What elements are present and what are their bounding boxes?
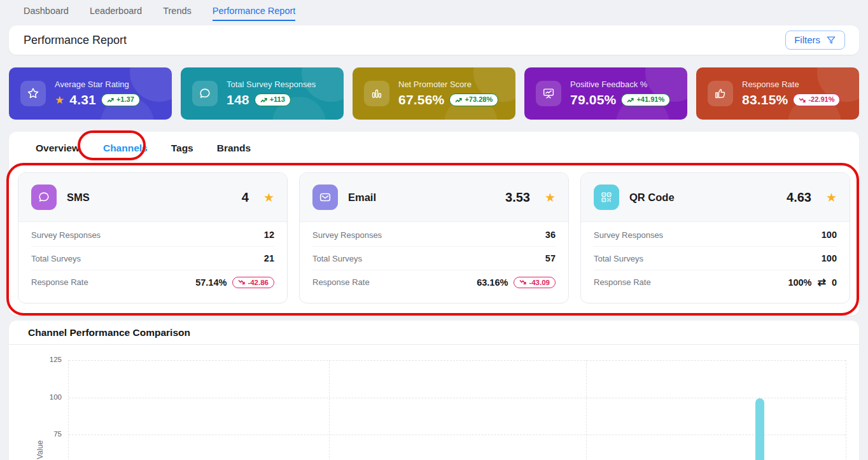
bar-chart-icon <box>364 81 389 106</box>
channel-stats: Survey Responses 12 Total Surveys 21 Res… <box>18 222 287 303</box>
tab-channels[interactable]: Channels <box>103 143 148 154</box>
trend-badge: +73.28% <box>449 94 498 106</box>
thumbs-up-icon <box>708 81 733 106</box>
channel-card-email: Email 3.53 ★ Survey Responses 36 Total S… <box>299 172 569 303</box>
sms-chat-icon <box>31 185 57 210</box>
kpi-label: Net Promoter Score <box>398 80 498 89</box>
kpi-row: Average Star Rating ★ 4.31 +1.37 Total <box>9 67 859 120</box>
stat-row-survey-responses: Survey Responses 100 <box>594 223 837 247</box>
channel-name: QR Code <box>629 192 776 204</box>
swap-arrows-icon: ⇄ <box>818 276 826 288</box>
y-axis-tick: 125 <box>9 356 62 363</box>
nav-item-leaderboard[interactable]: Leaderboard <box>90 6 142 21</box>
channel-rating: 4 <box>242 190 249 205</box>
chart-title: Channel Performance Comparison <box>9 321 859 345</box>
y-axis-label: Value <box>36 440 45 459</box>
y-axis-tick: 75 <box>9 430 62 438</box>
trend-down-icon <box>238 279 245 285</box>
trend-badge: +41.91% <box>621 94 670 106</box>
email-envelope-icon <box>312 185 338 210</box>
tab-brands[interactable]: Brands <box>217 143 251 154</box>
star-glyph: ★ <box>826 190 837 205</box>
chart-plot-region: 125 100 75 Value <box>9 345 859 460</box>
filters-button-label: Filters <box>794 34 820 45</box>
trend-badge: -22.91% <box>793 94 840 106</box>
channel-name: Email <box>348 192 495 204</box>
gridline <box>329 360 330 460</box>
page-header-card: Performance Report Filters <box>9 25 859 55</box>
star-glyph: ★ <box>263 190 274 205</box>
gridline <box>69 360 846 361</box>
stat-row-response-rate: Response Rate 63.16% -43.09 <box>312 270 556 294</box>
channel-stats: Survey Responses 100 Total Surveys 100 R… <box>581 222 850 303</box>
trend-down-icon <box>799 97 806 103</box>
stat-row-survey-responses: Survey Responses 12 <box>31 223 274 247</box>
trend-down-icon <box>519 279 526 285</box>
presentation-chart-icon <box>536 81 561 106</box>
kpi-label: Total Survey Responses <box>227 80 316 89</box>
channel-performance-chart-card: Channel Performance Comparison 125 100 7… <box>9 321 859 460</box>
trend-up-icon <box>455 97 462 103</box>
negative-change-badge: -42.86 <box>232 277 274 288</box>
kpi-card-response-rate: Response Rate 83.15% -22.91% <box>696 67 859 120</box>
channel-cards-row: SMS 4 ★ Survey Responses 12 Total Survey… <box>18 172 850 303</box>
kpi-value: 148 <box>227 92 249 108</box>
kpi-card-net-promoter-score: Net Promoter Score 67.56% +73.28% <box>353 67 515 120</box>
kpi-value: 67.56% <box>398 92 444 108</box>
tab-overview[interactable]: Overview <box>36 143 80 154</box>
trend-up-icon <box>627 97 634 103</box>
star-glyph: ★ <box>55 95 64 106</box>
funnel-icon <box>826 35 836 45</box>
kpi-label: Average Star Rating <box>55 80 140 89</box>
channel-card-header: Email 3.53 ★ <box>300 173 568 222</box>
nav-item-performance-report[interactable]: Performance Report <box>213 6 296 21</box>
gridline <box>69 435 846 435</box>
gridline <box>69 398 846 398</box>
kpi-label: Response Rate <box>742 80 840 89</box>
channel-card-header: QR Code 4.63 ★ <box>581 173 850 222</box>
top-nav: Dashboard Leaderboard Trends Performance… <box>0 0 868 21</box>
stat-row-survey-responses: Survey Responses 36 <box>312 223 556 247</box>
kpi-value: 4.31 <box>69 92 96 108</box>
channel-rating: 4.63 <box>787 190 811 205</box>
trend-up-icon <box>260 97 267 103</box>
stat-row-total-surveys: Total Surveys 57 <box>312 247 556 270</box>
performance-report-page: Dashboard Leaderboard Trends Performance… <box>0 0 868 460</box>
star-icon <box>20 81 46 106</box>
stat-row-total-surveys: Total Surveys 100 <box>594 247 837 270</box>
kpi-card-positive-feedback: Positive Feedback % 79.05% +41.91% <box>524 67 687 120</box>
kpi-card-average-star-rating: Average Star Rating ★ 4.31 +1.37 <box>9 67 172 120</box>
channel-rating: 3.53 <box>505 190 530 205</box>
filters-button[interactable]: Filters <box>785 31 845 50</box>
star-glyph: ★ <box>545 190 556 205</box>
trend-badge: +1.37 <box>101 94 140 106</box>
channel-card-sms: SMS 4 ★ Survey Responses 12 Total Survey… <box>18 172 288 303</box>
chat-bubble-icon <box>192 81 218 106</box>
channel-name: SMS <box>67 192 232 204</box>
bar-qr-code-100 <box>755 398 764 460</box>
page-title: Performance Report <box>24 34 127 47</box>
stat-row-response-rate: Response Rate 57.14% -42.86 <box>31 270 274 294</box>
stat-row-total-surveys: Total Surveys 21 <box>31 247 274 270</box>
tab-tags[interactable]: Tags <box>171 143 193 154</box>
kpi-card-total-survey-responses: Total Survey Responses 148 +113 <box>181 67 344 120</box>
tab-content-card: Overview Channels Tags Brands SMS 4 ★ <box>9 132 859 316</box>
trend-badge: +113 <box>255 94 291 106</box>
kpi-value: 79.05% <box>570 92 616 108</box>
channel-card-qr-code: QR Code 4.63 ★ Survey Responses 100 Tota… <box>580 172 850 303</box>
y-axis-tick: 100 <box>9 393 62 401</box>
channel-card-header: SMS 4 ★ <box>18 173 287 222</box>
plot-area <box>68 360 846 460</box>
gridline <box>586 360 587 460</box>
kpi-label: Positive Feedback % <box>570 80 670 89</box>
kpi-value: 83.15% <box>742 92 788 108</box>
nav-item-dashboard[interactable]: Dashboard <box>24 6 69 21</box>
tab-bar: Overview Channels Tags Brands <box>18 143 850 154</box>
trend-up-icon <box>107 97 114 103</box>
nav-item-trends[interactable]: Trends <box>163 6 192 21</box>
channel-stats: Survey Responses 36 Total Surveys 57 Res… <box>300 222 568 303</box>
stat-row-response-rate: Response Rate 100% ⇄ 0 <box>594 270 837 294</box>
qr-code-icon <box>594 185 619 210</box>
negative-change-badge: -43.09 <box>514 277 556 288</box>
